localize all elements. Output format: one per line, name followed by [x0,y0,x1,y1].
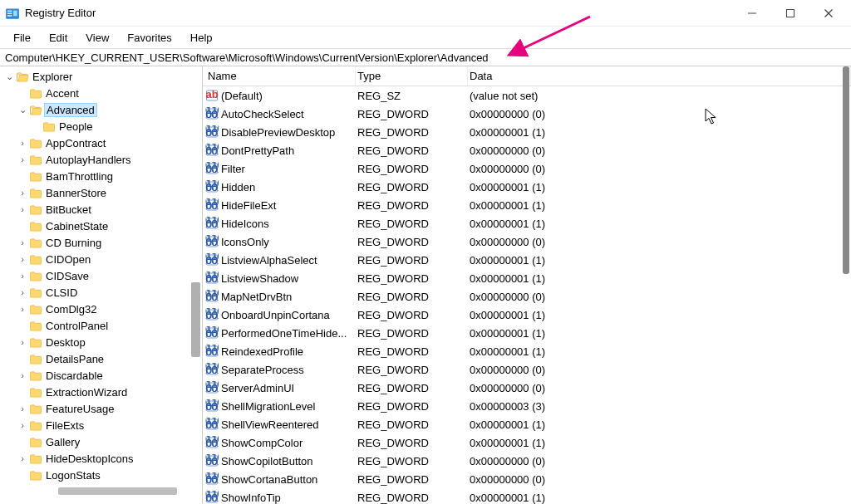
registry-editor-icon [5,6,20,21]
value-row[interactable]: ShowCortanaButtonREG_DWORD0x00000000 (0) [203,470,851,488]
tree-item[interactable]: Gallery [0,433,202,450]
chevron-right-icon[interactable]: › [17,154,28,164]
tree-item[interactable]: ›AppContract [0,135,202,151]
value-name: ListviewAlphaSelect [221,254,317,267]
tree-item[interactable]: ›CIDSave [0,267,202,284]
value-row[interactable]: HideFileExtREG_DWORD0x00000001 (1) [203,196,851,214]
value-row[interactable]: DontPrettyPathREG_DWORD0x00000000 (0) [203,141,851,159]
column-name[interactable]: Name [203,66,356,86]
value-row[interactable]: ShowCompColorREG_DWORD0x00000001 (1) [203,433,851,452]
chevron-right-icon[interactable]: › [17,271,28,281]
column-type[interactable]: Type [356,66,468,86]
chevron-right-icon[interactable]: › [17,337,28,347]
tree-item[interactable]: Accent [0,85,202,101]
value-data: 0x00000001 (1) [468,492,851,504]
reg-dword-icon [204,180,219,193]
value-row[interactable]: ReindexedProfileREG_DWORD0x00000001 (1) [203,342,851,360]
tree-item[interactable]: ›ComDlg32 [0,301,202,317]
menu-edit[interactable]: Edit [41,30,76,46]
value-row[interactable]: ShowInfoTipREG_DWORD0x00000001 (1) [203,488,851,504]
tree-panel[interactable]: ⌄ExplorerAccent⌄AdvancedPeople›AppContra… [0,66,203,504]
chevron-right-icon[interactable]: › [17,237,28,247]
column-data[interactable]: Data [468,66,851,86]
value-data: 0x00000001 (1) [468,327,851,340]
tree-item[interactable]: ›CIDOpen [0,251,202,267]
tree-item[interactable]: ›BannerStore [0,184,202,201]
value-row[interactable]: FilterREG_DWORD0x00000000 (0) [203,159,851,178]
tree-item[interactable]: BamThrottling [0,168,202,184]
value-row[interactable]: DisablePreviewDesktopREG_DWORD0x00000001… [203,123,851,141]
tree-item[interactable]: DetailsPane [0,350,202,367]
chevron-down-icon[interactable]: ⌄ [3,71,15,82]
close-button[interactable] [809,0,848,27]
value-row[interactable]: SeparateProcessREG_DWORD0x00000000 (0) [203,360,851,379]
chevron-right-icon[interactable]: › [17,370,28,380]
value-row[interactable]: HiddenREG_DWORD0x00000001 (1) [203,178,851,196]
chevron-right-icon[interactable]: › [17,420,28,430]
tree-item[interactable]: ExtractionWizard [0,384,202,400]
value-type: REG_DWORD [356,199,468,212]
tree-item[interactable]: ›BitBucket [0,201,202,218]
value-row[interactable]: ShellMigrationLevelREG_DWORD0x00000003 (… [203,397,851,415]
tree-item[interactable]: ›CD Burning [0,234,202,251]
menu-file[interactable]: File [5,30,39,46]
page-vertical-scrollbar[interactable] [841,66,851,501]
value-row[interactable]: MapNetDrvBtnREG_DWORD0x00000000 (0) [203,287,851,306]
tree-item[interactable]: ›FileExts [0,417,202,433]
value-type: REG_DWORD [356,455,468,467]
menu-help[interactable]: Help [182,30,221,46]
tree-item[interactable]: ›FeatureUsage [0,400,202,417]
tree-item[interactable]: ⌄Explorer [0,68,202,85]
chevron-right-icon[interactable]: › [17,287,28,297]
tree-item[interactable]: ›Discardable [0,367,202,384]
chevron-right-icon[interactable]: › [17,138,28,148]
tree-item[interactable]: LogonStats [0,467,202,483]
tree-item[interactable]: People [0,118,202,135]
value-row[interactable]: PerformedOneTimeHide...REG_DWORD0x000000… [203,324,851,342]
reg-dword-icon [204,363,219,376]
value-row[interactable]: ShowCopilotButtonREG_DWORD0x00000000 (0) [203,452,851,470]
chevron-right-icon[interactable]: › [17,453,28,463]
chevron-right-icon[interactable]: › [17,304,28,314]
value-type: REG_DWORD [356,400,468,413]
value-type: REG_SZ [356,90,468,102]
address-input[interactable] [5,51,846,64]
value-row[interactable]: AutoCheckSelectREG_DWORD0x00000000 (0) [203,105,851,123]
tree-item[interactable]: ⌄Advanced [0,101,202,118]
tree-horizontal-scrollbar[interactable] [0,485,202,497]
menu-view[interactable]: View [77,30,117,46]
tree-item[interactable]: ›Desktop [0,334,202,350]
reg-dword-icon [204,272,219,285]
chevron-right-icon[interactable]: › [17,404,28,413]
reg-dword-icon [204,491,219,504]
value-row[interactable]: (Default)REG_SZ(value not set) [203,86,851,105]
chevron-down-icon[interactable]: ⌄ [17,105,28,115]
minimize-button[interactable] [733,0,771,27]
tree-vertical-scrollbar-thumb[interactable] [191,282,200,357]
value-type: REG_DWORD [356,382,468,394]
tree-item[interactable]: ControlPanel [0,317,202,334]
tree-item-label: Discardable [45,369,104,382]
tree-item[interactable]: ›HideDesktopIcons [0,450,202,467]
value-data: 0x00000001 (1) [468,254,851,267]
value-row[interactable]: ListviewShadowREG_DWORD0x00000001 (1) [203,269,851,287]
value-row[interactable]: OnboardUnpinCortanaREG_DWORD0x00000001 (… [203,306,851,324]
folder-icon [28,170,43,182]
folder-open-icon [15,71,30,82]
value-row[interactable]: ServerAdminUIREG_DWORD0x00000000 (0) [203,379,851,397]
reg-dword-icon [204,326,219,340]
value-row[interactable]: HideIconsREG_DWORD0x00000001 (1) [203,214,851,232]
value-row[interactable]: IconsOnlyREG_DWORD0x00000000 (0) [203,232,851,251]
tree-item[interactable]: CabinetState [0,218,202,234]
tree-item[interactable]: ›AutoplayHandlers [0,151,202,168]
tree-item[interactable]: ›CLSID [0,284,202,301]
chevron-right-icon[interactable]: › [17,188,28,198]
chevron-right-icon[interactable]: › [17,254,28,264]
menu-favorites[interactable]: Favorites [119,30,180,46]
value-row[interactable]: ListviewAlphaSelectREG_DWORD0x00000001 (… [203,251,851,269]
value-row[interactable]: ShellViewReenteredREG_DWORD0x00000001 (1… [203,415,851,433]
values-panel[interactable]: Name Type Data (Default)REG_SZ(value not… [203,66,851,504]
maximize-button[interactable] [771,0,809,27]
tree-item-label: CD Burning [45,237,102,249]
chevron-right-icon[interactable]: › [17,204,28,214]
